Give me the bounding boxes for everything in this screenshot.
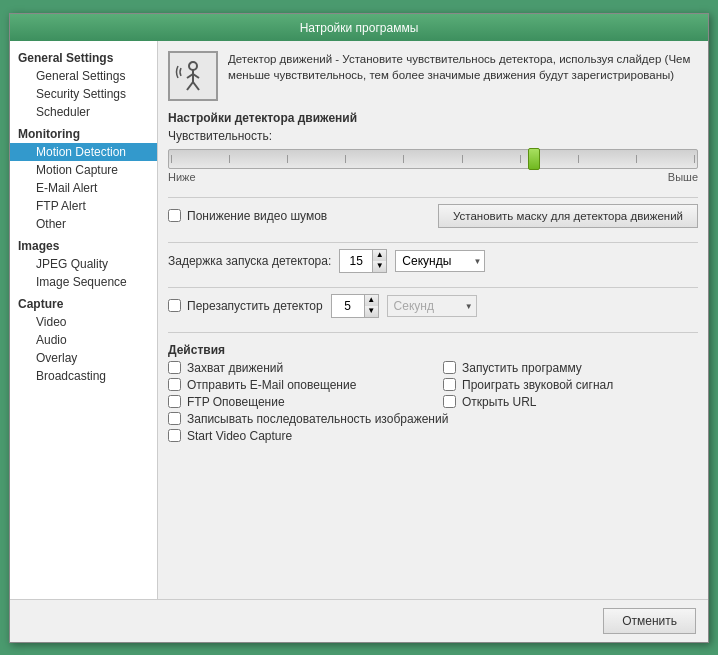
delay-down-button[interactable]: ▼ [372,261,386,272]
svg-line-2 [187,82,193,90]
sidebar: General Settings General Settings Securi… [10,41,158,599]
sidebar-item-scheduler[interactable]: Scheduler [10,103,157,121]
cancel-button[interactable]: Отменить [603,608,696,634]
slider-tick [462,155,463,163]
sidebar-group-capture: Capture [10,295,157,313]
sidebar-item-email-alert[interactable]: E-Mail Alert [10,179,157,197]
action-email-alert: Отправить E-Mail оповещение [168,378,423,392]
slider-tick [171,155,172,163]
sidebar-item-video[interactable]: Video [10,313,157,331]
motion-icon [168,51,218,101]
restart-unit-combo-wrap: Секунд Минут [387,295,477,317]
restart-checkbox-row: Перезапустить детектор [168,299,323,313]
motion-svg [175,58,211,94]
sidebar-group-general: General Settings [10,49,157,67]
slider-labels: Ниже Выше [168,171,698,183]
action-ftp-alert-checkbox[interactable] [168,395,181,408]
sidebar-item-overlay[interactable]: Overlay [10,349,157,367]
sidebar-item-audio[interactable]: Audio [10,331,157,349]
footer: Отменить [10,599,708,642]
delay-up-button[interactable]: ▲ [372,250,386,261]
action-motion-capture: Захват движений [168,361,423,375]
action-email-alert-label: Отправить E-Mail оповещение [187,378,356,392]
sensitivity-label: Чувствительность: [168,129,698,143]
slider-tick [403,155,404,163]
sidebar-item-motion-detection[interactable]: Motion Detection [10,143,157,161]
sidebar-group-monitoring: Monitoring [10,125,157,143]
restart-down-button[interactable]: ▼ [364,306,378,317]
slider-tick [578,155,579,163]
separator2 [168,242,698,243]
actions-section: Действия Захват движений Запустить прогр… [168,343,698,443]
noise-reduction-label: Понижение видео шумов [187,209,327,223]
action-motion-capture-checkbox[interactable] [168,361,181,374]
actions-grid: Захват движений Запустить программу Отпр… [168,361,698,443]
action-open-url: Открыть URL [443,395,698,409]
delay-unit-combo[interactable]: Секунды Минуты [395,250,485,272]
separator1 [168,197,698,198]
mask-button[interactable]: Установить маску для детектора движений [438,204,698,228]
sidebar-item-ftp-alert[interactable]: FTP Alert [10,197,157,215]
action-image-sequence-checkbox[interactable] [168,412,181,425]
slider-tick [520,155,521,163]
restart-unit-combo[interactable]: Секунд Минут [387,295,477,317]
delay-label: Задержка запуска детектора: [168,254,331,268]
action-open-url-label: Открыть URL [462,395,536,409]
slider-tick [229,155,230,163]
delay-input[interactable]: 15 [340,252,372,270]
action-video-capture-label: Start Video Capture [187,429,292,443]
sidebar-item-jpeg-quality[interactable]: JPEG Quality [10,255,157,273]
sidebar-item-security-settings[interactable]: Security Settings [10,85,157,103]
slider-tick [636,155,637,163]
action-run-program-checkbox[interactable] [443,361,456,374]
section-title: Настройки детектора движений [168,111,698,125]
sidebar-item-other[interactable]: Other [10,215,157,233]
actions-title: Действия [168,343,698,357]
noise-reduction-checkbox[interactable] [168,209,181,222]
action-video-capture: Start Video Capture [168,429,698,443]
restart-input[interactable]: 5 [332,297,364,315]
svg-line-3 [193,82,199,90]
sensitivity-slider-container [168,149,698,169]
delay-unit-combo-wrap: Секунды Минуты [395,250,485,272]
slider-tick [345,155,346,163]
sidebar-item-image-sequence[interactable]: Image Sequence [10,273,157,291]
restart-checkbox[interactable] [168,299,181,312]
delay-spinbox-buttons: ▲ ▼ [372,250,386,272]
action-sound-alert-label: Проиграть звуковой сигнал [462,378,613,392]
sidebar-group-images: Images [10,237,157,255]
action-video-capture-checkbox[interactable] [168,429,181,442]
noise-reduction-checkbox-row: Понижение видео шумов [168,209,327,223]
slider-thumb[interactable] [528,148,540,170]
action-image-sequence-label: Записывать последовательность изображени… [187,412,448,426]
restart-up-button[interactable]: ▲ [364,295,378,306]
slider-tick [287,155,288,163]
window-title: Натройки программы [300,21,419,35]
restart-spinbox: 5 ▲ ▼ [331,294,379,318]
slider-high-label: Выше [668,171,698,183]
action-open-url-checkbox[interactable] [443,395,456,408]
slider-low-label: Ниже [168,171,196,183]
action-sound-alert: Проиграть звуковой сигнал [443,378,698,392]
separator4 [168,332,698,333]
delay-row: Задержка запуска детектора: 15 ▲ ▼ Секун… [168,249,698,273]
separator3 [168,287,698,288]
title-bar: Натройки программы [10,14,708,41]
delay-spinbox: 15 ▲ ▼ [339,249,387,273]
action-run-program-label: Запустить программу [462,361,582,375]
action-sound-alert-checkbox[interactable] [443,378,456,391]
slider-track[interactable] [168,149,698,169]
action-email-alert-checkbox[interactable] [168,378,181,391]
noise-reduction-row: Понижение видео шумов Установить маску д… [168,204,698,228]
sidebar-item-broadcasting[interactable]: Broadcasting [10,367,157,385]
restart-spinbox-buttons: ▲ ▼ [364,295,378,317]
sidebar-item-motion-capture[interactable]: Motion Capture [10,161,157,179]
slider-tick [694,155,695,163]
header-section: Детектор движений - Установите чувствите… [168,51,698,101]
restart-label: Перезапустить детектор [187,299,323,313]
main-panel: Детектор движений - Установите чувствите… [158,41,708,599]
action-motion-capture-label: Захват движений [187,361,283,375]
sidebar-item-general-settings[interactable]: General Settings [10,67,157,85]
action-ftp-alert: FTP Оповещение [168,395,423,409]
main-window: Натройки программы General Settings Gene… [9,13,709,643]
